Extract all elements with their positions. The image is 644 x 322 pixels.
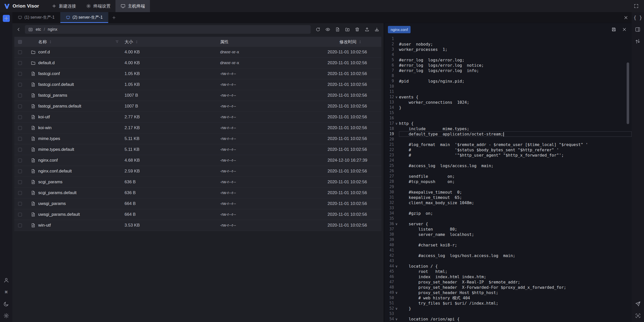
- transfer-list-icon[interactable]: [635, 38, 641, 44]
- code-line[interactable]: 30 #keepalive_timeout 0;: [384, 190, 632, 195]
- row-checkbox[interactable]: [14, 61, 25, 65]
- row-checkbox[interactable]: [14, 50, 25, 54]
- fold-chevron-icon[interactable]: ∨: [394, 264, 399, 269]
- row-checkbox[interactable]: [14, 224, 25, 227]
- code-line[interactable]: 27 sendfile on;: [384, 174, 632, 179]
- sort-icon[interactable]: [135, 40, 139, 44]
- table-row[interactable]: mime.types.default5.11 KB-rw-r--r--2020-…: [14, 144, 381, 155]
- code-line[interactable]: 44∨ location / {: [384, 264, 632, 269]
- code-line[interactable]: 49∨ proxy_set_header Host $http_host;: [384, 290, 632, 295]
- row-checkbox[interactable]: [14, 115, 25, 119]
- fold-chevron-icon[interactable]: ∨: [394, 316, 399, 322]
- send-command-icon[interactable]: [635, 301, 641, 307]
- code-line[interactable]: 43: [384, 258, 632, 264]
- file-name[interactable]: fastcgi.conf.default: [38, 82, 74, 87]
- file-name[interactable]: scgi_params: [38, 180, 62, 185]
- file-name[interactable]: koi-win: [38, 125, 52, 130]
- filter-icon[interactable]: [115, 40, 119, 44]
- add-tab-button[interactable]: [108, 12, 119, 23]
- path-list-icon[interactable]: [28, 27, 33, 32]
- row-checkbox[interactable]: [14, 94, 25, 97]
- code-line[interactable]: 35: [384, 216, 632, 221]
- row-checkbox[interactable]: [14, 191, 25, 195]
- code-area[interactable]: 12#user nobody;3worker_processes 1;45#er…: [384, 36, 632, 322]
- table-row[interactable]: default.d4.00 KBdrwxr-xr-x2020-11-01 10:…: [14, 58, 381, 68]
- code-line[interactable]: 32 client_max_body_size 1048m;: [384, 200, 632, 205]
- code-line[interactable]: 2#user nobody;: [384, 42, 632, 47]
- file-name[interactable]: fastcgi_params.default: [38, 104, 81, 109]
- code-line[interactable]: 17∨http {: [384, 121, 632, 126]
- code-line[interactable]: 46 index index.html index.htm;: [384, 274, 632, 279]
- code-line[interactable]: 42 #access_log logs/host.access.log main…: [384, 253, 632, 258]
- file-name[interactable]: nginx.conf: [38, 158, 58, 163]
- close-editor-button[interactable]: [621, 26, 628, 33]
- code-line[interactable]: 31 keepalive_timeout 65;: [384, 195, 632, 200]
- code-line[interactable]: 34 #gzip on;: [384, 211, 632, 216]
- code-line[interactable]: 18 include mime.types;: [384, 126, 632, 131]
- table-row[interactable]: scgi_params.default636 B-rw-r--r--2020-1…: [14, 188, 381, 198]
- code-line[interactable]: 28 #tcp_nopush on;: [384, 179, 632, 184]
- user-icon[interactable]: [3, 277, 9, 283]
- table-row[interactable]: koi-utf2.77 KB-rw-r--r--2020-11-01 10:02…: [14, 112, 381, 123]
- code-line[interactable]: 24: [384, 158, 632, 163]
- fold-chevron-icon[interactable]: ∨: [394, 290, 399, 295]
- column-header-mtime[interactable]: 修改时间: [328, 39, 381, 45]
- fold-chevron-icon[interactable]: ∨: [394, 221, 399, 227]
- save-file-button[interactable]: [610, 26, 618, 33]
- code-line[interactable]: 37 listen 80;: [384, 227, 632, 232]
- code-line[interactable]: 50 # web history 模式 404: [384, 295, 632, 301]
- code-line[interactable]: 20: [384, 137, 632, 142]
- row-checkbox[interactable]: [14, 159, 25, 162]
- capture-icon[interactable]: [635, 313, 641, 319]
- row-checkbox[interactable]: [14, 169, 25, 173]
- tab-server-2[interactable]: (2) server-生产-1: [60, 12, 108, 23]
- sftp-panel-icon[interactable]: [635, 26, 641, 32]
- file-name[interactable]: fastcgi_params: [38, 93, 67, 98]
- row-checkbox[interactable]: [14, 83, 25, 87]
- braces-icon[interactable]: { }: [633, 15, 642, 21]
- table-row[interactable]: uwsgi_params.default664 B-rw-r--r--2020-…: [14, 209, 381, 220]
- file-name[interactable]: scgi_params.default: [38, 190, 76, 195]
- tab-server-1[interactable]: (1) server-生产-1: [12, 12, 60, 23]
- breadcrumb-item[interactable]: etc: [36, 27, 41, 32]
- code-line[interactable]: 52∨ }: [384, 306, 632, 311]
- fold-chevron-icon[interactable]: ∨: [394, 306, 399, 311]
- table-row[interactable]: fastcgi_params1007 B-rw-r--r--2020-11-01…: [14, 90, 381, 101]
- select-all-checkbox[interactable]: [14, 40, 25, 44]
- code-line[interactable]: 5#error_log logs/error.log;: [384, 57, 632, 63]
- file-name[interactable]: koi-utf: [38, 115, 50, 120]
- breadcrumb-item[interactable]: nginx: [48, 27, 57, 32]
- code-line[interactable]: 25 #access_log logs/access.log main;: [384, 163, 632, 168]
- upload-button[interactable]: [363, 26, 371, 33]
- table-row[interactable]: nginx.conf.default2.59 KB-rw-r--r--2020-…: [14, 166, 381, 177]
- code-line[interactable]: 13 worker_connections 1024;: [384, 100, 632, 105]
- table-row[interactable]: scgi_params636 B-rw-r--r--2020-11-01 10:…: [14, 177, 381, 188]
- show-hidden-button[interactable]: [324, 26, 332, 33]
- file-name[interactable]: conf.d: [38, 50, 50, 55]
- code-line[interactable]: 41: [384, 248, 632, 253]
- code-line[interactable]: 54∨ location /orion/api {: [384, 316, 632, 322]
- theme-icon[interactable]: [3, 301, 9, 307]
- code-line[interactable]: 40 #charset koi8-r;: [384, 242, 632, 248]
- table-row[interactable]: nginx.conf4.68 KB-rw-r--r--2024-12-10 16…: [14, 155, 381, 166]
- new-folder-button[interactable]: [344, 26, 351, 33]
- code-line[interactable]: 22 # '$status $body_bytes_sent "$http_re…: [384, 147, 632, 153]
- table-row[interactable]: uwsgi_params664 B-rw-r--r--2020-11-01 10…: [14, 198, 381, 209]
- row-checkbox[interactable]: [14, 213, 25, 217]
- code-line[interactable]: 53: [384, 311, 632, 316]
- code-line[interactable]: 47 proxy_set_header X-Real-IP $remote_ad…: [384, 279, 632, 285]
- code-line[interactable]: 8: [384, 73, 632, 79]
- code-line[interactable]: 39: [384, 237, 632, 242]
- code-line[interactable]: 29: [384, 184, 632, 190]
- code-line[interactable]: 48 proxy_set_header X-Forwarded-For $pro…: [384, 285, 632, 290]
- editor-scrollbar[interactable]: [627, 62, 629, 124]
- refresh-button[interactable]: [314, 26, 322, 33]
- shortcut-command-icon[interactable]: ⌘: [5, 289, 8, 295]
- code-line[interactable]: 1: [384, 36, 632, 42]
- sort-icon[interactable]: [49, 40, 52, 44]
- row-checkbox[interactable]: [14, 72, 25, 76]
- code-line[interactable]: 36∨ server {: [384, 221, 632, 227]
- settings-gear-icon[interactable]: [3, 313, 9, 319]
- download-button[interactable]: [373, 26, 381, 33]
- menu-host-terminal[interactable]: 主机终端: [115, 0, 150, 12]
